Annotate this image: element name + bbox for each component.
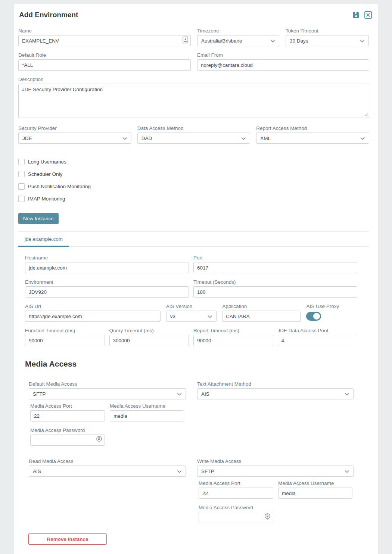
tab-jde-example-com[interactable]: jde.example.com: [18, 232, 69, 246]
instance-row-timeouts: Function Timeout (ms) Query Timeout (ms)…: [25, 328, 357, 346]
query-timeout-input[interactable]: [109, 335, 189, 346]
ais-use-proxy-toggle[interactable]: [306, 312, 321, 321]
default-media-access-value: SFTP: [33, 391, 46, 397]
write-media-access-label: Write Media Access: [197, 458, 354, 464]
timezone-label: Timezone: [197, 28, 279, 34]
email-from-label: Email From: [197, 52, 369, 58]
report-access-method-value: XML: [260, 136, 271, 141]
checkbox[interactable]: [18, 171, 25, 177]
form-row-3: Security Provider JDE Data Access Method…: [18, 125, 369, 144]
media-access-block: Default Media Access SFTP Text Attachmen…: [29, 381, 357, 523]
token-timeout-select[interactable]: 30 Days: [286, 35, 369, 46]
ais-version-select[interactable]: v3: [166, 311, 217, 322]
checkbox-label: Scheduler Only: [28, 171, 62, 177]
token-timeout-value: 30 Days: [290, 38, 308, 44]
read-media-access-select[interactable]: AIS: [29, 466, 186, 477]
checkbox-imap-monitoring[interactable]: IMAP Monitoring: [18, 196, 369, 202]
remove-instance-button[interactable]: Remove Instance: [28, 533, 107, 545]
write-media-access-select[interactable]: SFTP: [197, 466, 354, 477]
report-access-method-select[interactable]: XML: [256, 133, 369, 144]
write-media-access-port-input[interactable]: [199, 488, 273, 499]
ais-url-label: AIS Url: [25, 304, 161, 309]
media-access-username-label: Media Access Username: [110, 403, 184, 409]
chevron-down-icon: [208, 314, 212, 319]
data-access-method-value: DAD: [141, 136, 152, 141]
panel-header: Add Environment: [18, 11, 373, 19]
save-icon[interactable]: [352, 11, 360, 19]
data-access-method-select[interactable]: DAD: [137, 133, 251, 144]
chevron-down-icon: [360, 136, 365, 141]
read-media-access-value: AIS: [33, 469, 41, 474]
text-attachment-method-label: Text Attachment Method: [197, 381, 354, 387]
close-icon[interactable]: [364, 11, 372, 19]
default-media-access-select[interactable]: SFTP: [29, 388, 186, 399]
checkbox-long-usernames[interactable]: Long Usernames: [18, 159, 369, 165]
security-provider-select[interactable]: JDE: [18, 133, 131, 144]
new-instance-button[interactable]: New Instance: [18, 213, 59, 224]
report-timeout-input[interactable]: [193, 335, 273, 346]
port-label: Port: [193, 255, 357, 261]
resize-grip-icon[interactable]: [365, 111, 368, 118]
environment-label: Environment: [25, 279, 189, 285]
timeout-seconds-input[interactable]: [193, 286, 357, 298]
port-input[interactable]: [193, 262, 357, 273]
checkbox-label: IMAP Monitoring: [28, 196, 65, 202]
name-input[interactable]: [18, 35, 191, 46]
default-role-input[interactable]: [18, 59, 191, 71]
timezone-select[interactable]: Australia/Brisbane: [197, 35, 279, 46]
hostname-label: Hostname: [25, 255, 189, 261]
media-access-heading: Media Access: [25, 360, 357, 368]
description-label: Description: [18, 77, 369, 82]
checkbox[interactable]: [18, 196, 25, 202]
function-timeout-label: Function Timeout (ms): [25, 328, 105, 333]
report-access-method-label: Report Access Method: [256, 125, 369, 131]
text-attachment-method-select[interactable]: AIS: [197, 388, 354, 399]
checkbox[interactable]: [18, 159, 25, 165]
media-access-port-input[interactable]: [30, 410, 105, 421]
media-access-username-input[interactable]: [110, 410, 184, 421]
jde-data-access-pool-input[interactable]: [278, 335, 358, 346]
password-reveal-icon[interactable]: [96, 436, 102, 445]
timezone-value: Australia/Brisbane: [201, 38, 242, 44]
write-row-password: Media Access Password: [199, 505, 354, 523]
chevron-down-icon: [241, 136, 246, 141]
checkbox-label: Push Notification Monitoring: [28, 184, 91, 189]
media-row-password: Media Access Password: [30, 427, 357, 446]
hostname-input[interactable]: [25, 262, 189, 273]
page-title: Add Environment: [19, 11, 78, 19]
write-media-access-password-input[interactable]: [199, 512, 273, 523]
write-media-access-password-label: Media Access Password: [199, 505, 273, 510]
security-provider-value: JDE: [22, 136, 32, 141]
chevron-down-icon: [360, 38, 365, 44]
form-field-icon[interactable]: [183, 37, 188, 45]
token-timeout-label: Token Timeout: [286, 28, 369, 34]
checkbox-push-notification-monitoring[interactable]: Push Notification Monitoring: [18, 183, 369, 190]
chevron-down-icon: [345, 391, 349, 397]
write-media-access-username-input[interactable]: [278, 488, 352, 499]
read-media-access-label: Read Media Access: [29, 458, 186, 464]
instance-tab-strip: jde.example.com: [18, 231, 369, 247]
timeout-seconds-label: Timeout (Seconds): [193, 279, 357, 285]
email-from-input[interactable]: [197, 59, 369, 71]
media-row-default: Default Media Access SFTP Text Attachmen…: [29, 381, 357, 399]
chevron-down-icon: [345, 469, 349, 474]
checkbox[interactable]: [18, 183, 25, 190]
jde-data-access-pool-label: JDE Data Access Pool: [278, 328, 358, 333]
form-row-1: Name Timezone Australia/Brisbane: [18, 28, 369, 46]
data-access-method-label: Data Access Method: [137, 125, 251, 131]
text-attachment-method-value: AIS: [201, 391, 209, 397]
ais-url-input[interactable]: [25, 311, 161, 322]
environment-input[interactable]: [25, 286, 189, 298]
password-reveal-icon[interactable]: [264, 513, 271, 522]
media-access-password-input[interactable]: [30, 435, 105, 446]
security-provider-label: Security Provider: [18, 125, 131, 131]
checkbox-label: Long Usernames: [28, 159, 66, 165]
checkbox-scheduler-only[interactable]: Scheduler Only: [18, 171, 369, 177]
header-divider: [18, 24, 373, 24]
media-row-read-write: Read Media Access AIS Write Media Access…: [29, 458, 357, 523]
instance-row-ais: AIS Url AIS Version v3 Application AIS U…: [25, 304, 357, 322]
description-textarea[interactable]: JDE Security Provider Configuration: [18, 84, 369, 118]
application-input[interactable]: [222, 311, 301, 322]
media-access-password-label: Media Access Password: [30, 427, 105, 433]
function-timeout-input[interactable]: [25, 335, 105, 346]
